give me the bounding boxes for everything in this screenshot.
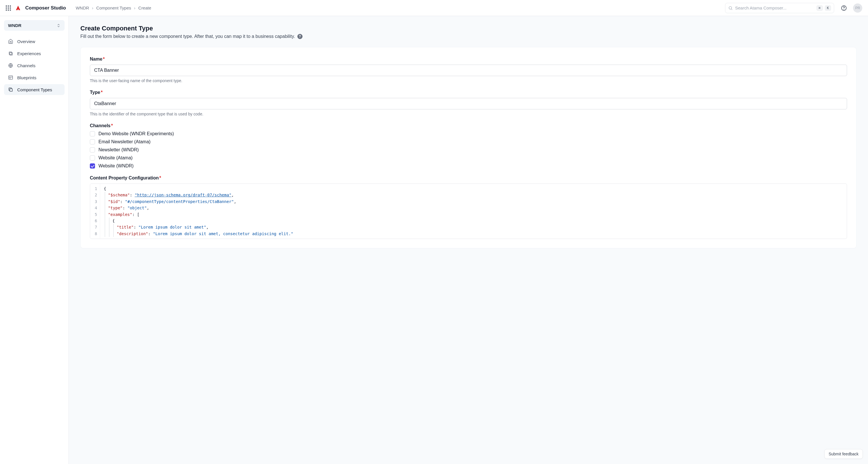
globe-icon	[8, 63, 13, 68]
sidebar-item-label: Experiences	[17, 51, 41, 56]
field-channels: Channels* Demo Website (WNDR Experiments…	[90, 123, 847, 168]
svg-rect-11	[10, 89, 12, 91]
chevron-updown-icon	[57, 24, 61, 28]
channel-option: Demo Website (WNDR Experiments)	[90, 131, 847, 136]
channel-checkbox[interactable]	[90, 147, 95, 152]
sidebar-item-label: Blueprints	[17, 75, 36, 80]
channels-label: Channels*	[90, 123, 847, 128]
channel-option: Newsletter (WNDR)	[90, 147, 847, 152]
sidebar-item-overview[interactable]: Overview	[4, 36, 65, 47]
field-config: Content Property Configuration* 1 2 3 4 …	[90, 176, 847, 239]
channel-checkbox[interactable]	[90, 155, 95, 160]
code-editor[interactable]: 1 2 3 4 5 6 7 8 { "$schema": "http://jso…	[90, 183, 847, 239]
code-gutter: 1 2 3 4 5 6 7 8	[90, 184, 100, 239]
page-title: Create Component Type	[81, 25, 857, 32]
sidebar-item-experiences[interactable]: Experiences	[4, 48, 65, 59]
workspace-selector[interactable]: WNDR	[4, 20, 65, 31]
svg-rect-8	[9, 76, 12, 79]
sidebar-item-label: Channels	[17, 63, 35, 68]
app-title: Composer Studio	[25, 5, 66, 11]
avatar[interactable]: PR	[853, 3, 862, 12]
code-body[interactable]: { "$schema": "http://json-schema.org/dra…	[100, 184, 847, 239]
header: Composer Studio WNDR › Component Types ›…	[0, 0, 868, 16]
search-box[interactable]: ⌘ K	[725, 3, 834, 13]
page-subtitle: Fill out the form below to create a new …	[81, 34, 857, 39]
channel-checkbox[interactable]	[90, 163, 95, 168]
sidebar-item-component-types[interactable]: Component Types	[4, 84, 65, 95]
svg-point-0	[729, 6, 732, 9]
kbd-k: K	[825, 5, 831, 11]
name-input[interactable]	[90, 65, 847, 76]
workspace-name: WNDR	[8, 23, 22, 28]
sidebar: WNDR Overview Experiences Channels Bluep…	[0, 16, 69, 464]
layers-icon	[8, 51, 13, 56]
breadcrumb: WNDR › Component Types › Create	[76, 5, 151, 10]
sidebar-item-label: Component Types	[17, 87, 52, 92]
name-help: This is the user-facing name of the comp…	[90, 79, 847, 83]
svg-point-3	[844, 9, 844, 9]
channel-option: Website (Atama)	[90, 155, 847, 160]
search-input[interactable]	[735, 5, 814, 10]
home-icon	[8, 39, 13, 44]
breadcrumb-component-types[interactable]: Component Types	[96, 5, 131, 10]
sidebar-item-label: Overview	[17, 39, 35, 44]
copy-icon	[8, 87, 13, 92]
help-icon[interactable]	[841, 5, 847, 11]
form-card: Name* This is the user-facing name of th…	[81, 47, 857, 248]
channel-label: Demo Website (WNDR Experiments)	[98, 131, 174, 136]
channel-checkbox[interactable]	[90, 139, 95, 145]
channel-label: Website (Atama)	[98, 155, 133, 160]
sidebar-item-blueprints[interactable]: Blueprints	[4, 72, 65, 83]
field-name: Name* This is the user-facing name of th…	[90, 57, 847, 83]
channel-option: Email Newsletter (Atama)	[90, 139, 847, 145]
search-icon	[728, 6, 733, 10]
channel-label: Newsletter (WNDR)	[98, 147, 138, 152]
chevron-right-icon: ›	[92, 5, 93, 10]
chevron-right-icon: ›	[134, 5, 135, 10]
channel-label: Email Newsletter (Atama)	[98, 139, 150, 145]
breadcrumb-wndr[interactable]: WNDR	[76, 5, 89, 10]
breadcrumb-create[interactable]: Create	[138, 5, 151, 10]
channel-option: Website (WNDR)	[90, 163, 847, 168]
main-content: Create Component Type Fill out the form …	[69, 16, 868, 464]
name-label: Name*	[90, 57, 847, 62]
logo-icon	[15, 5, 21, 11]
type-input[interactable]	[90, 98, 847, 110]
field-type: Type* This is the identifier of the comp…	[90, 90, 847, 116]
svg-rect-5	[10, 53, 12, 55]
svg-rect-4	[9, 52, 12, 55]
layout-icon	[8, 75, 13, 80]
svg-line-1	[732, 9, 732, 10]
config-label: Content Property Configuration*	[90, 176, 847, 181]
channel-checkbox[interactable]	[90, 131, 95, 136]
type-label: Type*	[90, 90, 847, 95]
channel-label: Website (WNDR)	[98, 163, 133, 168]
help-badge-icon[interactable]: ?	[298, 34, 303, 39]
type-help: This is the identifier of the component …	[90, 112, 847, 116]
sidebar-item-channels[interactable]: Channels	[4, 60, 65, 71]
submit-feedback-button[interactable]: Submit feedback	[825, 449, 863, 459]
apps-icon[interactable]	[6, 5, 11, 11]
kbd-cmd: ⌘	[817, 5, 823, 11]
